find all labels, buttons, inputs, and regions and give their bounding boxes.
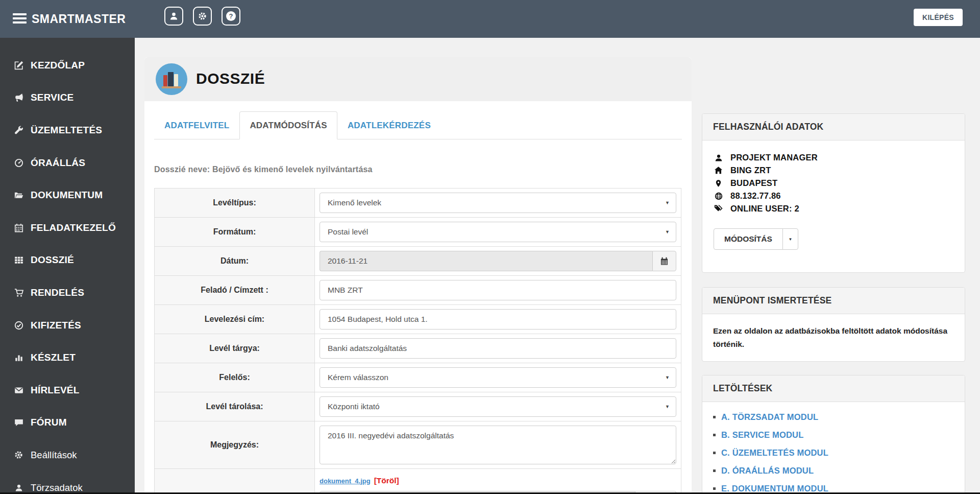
download-link-uzemeltetes[interactable]: C. ÜZEMELTETÉS MODUL bbox=[713, 448, 954, 458]
form-row-megjegyzes: Megjegyzés: 2016 III. negyedévi adatszol… bbox=[155, 421, 681, 469]
chevron-down-icon: ▼ bbox=[665, 229, 670, 234]
sidebar-item-label: KÉSZLET bbox=[31, 352, 76, 363]
tab-adatmodositas[interactable]: ADATMÓDOSÍTÁS bbox=[239, 111, 337, 139]
download-link-oraallas[interactable]: D. ÓRAÁLLÁS MODUL bbox=[713, 466, 954, 476]
sidebar-item-oraallas[interactable]: ÓRAÁLLÁS bbox=[0, 147, 135, 179]
sidebar-item-label: Törzsadatok bbox=[31, 482, 83, 493]
check-circle-icon bbox=[13, 321, 24, 330]
sidebar-item-keszlet[interactable]: KÉSZLET bbox=[0, 341, 135, 374]
sidebar-item-rendeles[interactable]: RENDELÉS bbox=[0, 276, 135, 309]
selected-value: Postai levél bbox=[328, 227, 368, 237]
chevron-down-icon: ▼ bbox=[788, 237, 792, 242]
tab-adatlekerdezes[interactable]: ADATLEKÉRDEZÉS bbox=[337, 111, 441, 139]
sidebar-item-beallitasok[interactable]: Beállítások bbox=[0, 439, 135, 472]
sidebar-item-hirlevel[interactable]: HÍRLEVÉL bbox=[0, 374, 135, 407]
edit-icon bbox=[13, 61, 24, 70]
sidebar-item-label: RENDELÉS bbox=[31, 287, 84, 298]
leveltipus-select[interactable]: Kimenő levelek ▼ bbox=[320, 193, 676, 213]
calendar-icon bbox=[13, 223, 24, 232]
logout-button[interactable]: KILÉPÉS bbox=[914, 9, 963, 26]
field-label: Dátum: bbox=[155, 247, 315, 275]
download-link-torzsadat[interactable]: A. TÖRZSADAT MODUL bbox=[713, 412, 954, 422]
level-tarolasa-select[interactable]: Központi iktató ▼ bbox=[320, 396, 676, 417]
sidebar-item-label: ÓRAÁLLÁS bbox=[31, 157, 85, 169]
modify-button[interactable]: MÓDOSÍTÁS bbox=[714, 228, 783, 250]
megjegyzes-textarea[interactable]: 2016 III. negyedévi adatszolgáltatás bbox=[320, 426, 676, 464]
modify-dropdown-toggle[interactable]: ▼ bbox=[782, 228, 798, 250]
user-icon bbox=[713, 154, 724, 162]
sidebar-item-dokumentum[interactable]: DOKUMENTUM bbox=[0, 179, 135, 211]
chevron-down-icon: ▼ bbox=[665, 200, 670, 205]
gauge-icon bbox=[13, 158, 24, 168]
field-label: Levelezési cím: bbox=[155, 305, 315, 334]
user-icon bbox=[169, 12, 178, 20]
home-icon bbox=[713, 166, 724, 175]
user-data-panel: FELHASZNÁLÓI ADATOK PROJEKT MANAGER BING… bbox=[702, 113, 965, 273]
felado-cimzett-input[interactable] bbox=[320, 280, 676, 300]
bullet-icon bbox=[713, 452, 716, 454]
chevron-down-icon: ▼ bbox=[665, 375, 670, 380]
chevron-down-icon: ▼ bbox=[665, 404, 670, 409]
field-label: Levéltípus: bbox=[155, 189, 315, 217]
sidebar-item-feladatkezelo[interactable]: FELADATKEZELŐ bbox=[0, 211, 135, 244]
help-button[interactable]: ? bbox=[222, 7, 240, 26]
bullet-icon bbox=[713, 434, 716, 436]
uploaded-file-link[interactable]: dokument_4.jpg bbox=[320, 477, 371, 485]
sidebar-item-kifizetes[interactable]: KIFIZETÉS bbox=[0, 309, 135, 342]
user-profile-button[interactable] bbox=[164, 7, 183, 26]
main-content: DOSSZIÉ ADATFELVITEL ADATMÓDOSÍTÁS ADATL… bbox=[144, 57, 692, 494]
user-city-item: BUDAPEST bbox=[713, 178, 954, 188]
form-row-level-tarolasa: Levél tárolása: Központi iktató ▼ bbox=[155, 392, 681, 421]
map-marker-icon bbox=[713, 179, 724, 187]
settings-button[interactable] bbox=[193, 7, 212, 26]
cart-icon bbox=[13, 288, 24, 297]
wrench-icon bbox=[13, 126, 24, 135]
menu-description-text: Ezen az oldalon az adatbázisokba feltölt… bbox=[702, 314, 965, 361]
sidebar-item-uzemeltetes[interactable]: ÜZEMELTETÉS bbox=[0, 114, 135, 147]
topbar: SMARTMASTER ? KILÉPÉS bbox=[0, 0, 980, 38]
sidebar-item-label: SERVICE bbox=[31, 92, 74, 103]
app-screen: SMARTMASTER ? KILÉPÉS KEZDŐLAP bbox=[0, 0, 980, 494]
levelezesi-cim-input[interactable] bbox=[320, 309, 676, 330]
page-header: DOSSZIÉ bbox=[144, 57, 692, 101]
form-row-leveltipus: Levéltípus: Kimenő levelek ▼ bbox=[155, 189, 681, 218]
calendar-icon[interactable] bbox=[652, 251, 676, 271]
form-row-levelezesi-cim: Levelezési cím: bbox=[155, 305, 681, 334]
page-title: DOSSZIÉ bbox=[196, 70, 265, 87]
download-link-service[interactable]: B. SERVICE MODUL bbox=[713, 430, 954, 440]
delete-file-link[interactable]: [Töröl] bbox=[374, 476, 399, 485]
envelope-icon bbox=[13, 386, 24, 395]
sidebar-item-label: KEZDŐLAP bbox=[31, 60, 85, 71]
gear-icon bbox=[13, 451, 24, 459]
tab-adatfelvitel[interactable]: ADATFELVITEL bbox=[154, 111, 239, 139]
sidebar-item-forum[interactable]: FÓRUM bbox=[0, 407, 135, 439]
bullet-icon bbox=[713, 487, 716, 490]
sidebar-item-label: HÍRLEVÉL bbox=[31, 385, 80, 396]
sidebar-item-torzsadatok[interactable]: Törzsadatok bbox=[0, 472, 135, 494]
datum-input[interactable] bbox=[320, 251, 652, 271]
tags-icon bbox=[713, 204, 724, 213]
help-icon: ? bbox=[226, 11, 236, 21]
level-targya-input[interactable] bbox=[320, 338, 676, 359]
form-row-felado: Feladó / Címzett : bbox=[155, 276, 681, 305]
sidebar: KEZDŐLAP SERVICE ÜZEMELTETÉS ÓRAÁLLÁS DO… bbox=[0, 38, 135, 494]
user-role-item: PROJEKT MANAGER bbox=[713, 153, 954, 162]
formatum-select[interactable]: Postai levél ▼ bbox=[320, 222, 676, 242]
user-ip-item: 88.132.77.86 bbox=[713, 191, 954, 201]
felelos-select[interactable]: Kérem válasszon ▼ bbox=[320, 367, 676, 388]
sidebar-item-label: KIFIZETÉS bbox=[31, 320, 81, 331]
sidebar-item-label: Beállítások bbox=[31, 450, 77, 461]
form-row-felelos: Felelős: Kérem válasszon ▼ bbox=[155, 363, 681, 392]
selected-value: Kérem válasszon bbox=[328, 373, 388, 382]
sidebar-item-kezdolap[interactable]: KEZDŐLAP bbox=[0, 49, 135, 82]
field-label: Formátum: bbox=[155, 218, 315, 246]
comment-icon bbox=[13, 418, 24, 427]
sidebar-item-service[interactable]: SERVICE bbox=[0, 82, 135, 114]
bar-chart-icon bbox=[13, 353, 24, 362]
sidebar-item-label: DOKUMENTUM bbox=[31, 190, 103, 201]
sidebar-item-label: DOSSZIÉ bbox=[31, 254, 74, 266]
grid-icon bbox=[13, 255, 24, 265]
sidebar-item-dosszie[interactable]: DOSSZIÉ bbox=[0, 244, 135, 277]
field-label: Levél tárgya: bbox=[155, 334, 315, 363]
hamburger-menu-icon[interactable] bbox=[13, 13, 27, 26]
